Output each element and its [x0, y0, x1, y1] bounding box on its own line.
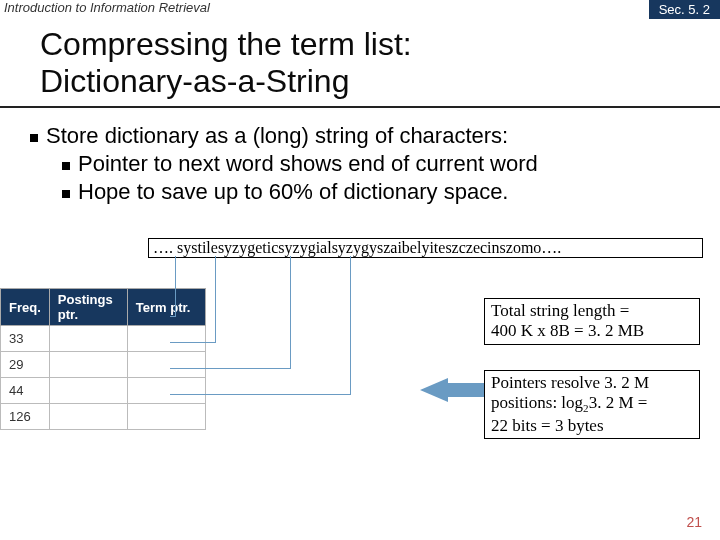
table-row: 44 — [1, 378, 206, 404]
pointer-line — [290, 256, 291, 368]
col-freq: Freq. — [1, 289, 50, 326]
cell-freq: 126 — [1, 404, 50, 430]
course-label: Introduction to Information Retrieval — [0, 0, 210, 15]
pointer-line — [170, 368, 291, 369]
bullet-level-2: Hope to save up to 60% of dictionary spa… — [62, 178, 702, 206]
bullet-1-text: Store dictionary as a (long) string of c… — [46, 122, 508, 150]
box2-line2b: 3. 2 M = — [589, 393, 648, 412]
cell-empty — [49, 378, 127, 404]
box2-line1: Pointers resolve 3. 2 M — [491, 373, 649, 392]
col-postings: Postings ptr. — [49, 289, 127, 326]
bullet-level-1: Store dictionary as a (long) string of c… — [30, 122, 702, 150]
pointer-line — [215, 256, 216, 342]
bullet-square-icon — [62, 190, 70, 198]
cell-empty — [49, 326, 127, 352]
box2-line2a: positions: log — [491, 393, 583, 412]
box1-line1: Total string length = — [491, 301, 629, 320]
slide-number: 21 — [686, 514, 702, 530]
cell-freq: 29 — [1, 352, 50, 378]
pointer-line — [350, 256, 351, 394]
block-arrow-icon — [420, 378, 448, 402]
title-line-2: Dictionary-as-a-String — [40, 63, 349, 99]
bullet-2b-text: Hope to save up to 60% of dictionary spa… — [78, 178, 508, 206]
section-label: Sec. 5. 2 — [649, 0, 720, 19]
slide-title: Compressing the term list: Dictionary-as… — [0, 20, 720, 108]
table-row: 33 — [1, 326, 206, 352]
table-row: 126 — [1, 404, 206, 430]
bullet-square-icon — [30, 134, 38, 142]
bullet-level-2: Pointer to next word shows end of curren… — [62, 150, 702, 178]
cell-empty — [127, 404, 205, 430]
top-bar: Introduction to Information Retrieval Se… — [0, 0, 720, 20]
cell-empty — [49, 352, 127, 378]
bullet-2a-text: Pointer to next word shows end of curren… — [78, 150, 538, 178]
pointer-line — [170, 316, 176, 317]
cell-freq: 44 — [1, 378, 50, 404]
pointer-line — [170, 342, 216, 343]
pointer-line — [170, 394, 351, 395]
dictionary-string-box: …. systilesyzygeticsyzygialsyzygyszaibel… — [148, 238, 703, 258]
block-arrow-body — [448, 383, 484, 397]
pointer-line — [175, 256, 176, 316]
cell-freq: 33 — [1, 326, 50, 352]
pointer-size-box: Pointers resolve 3. 2 M positions: log23… — [484, 370, 700, 439]
cell-empty — [127, 378, 205, 404]
title-line-1: Compressing the term list: — [40, 26, 412, 62]
bullet-list: Store dictionary as a (long) string of c… — [0, 122, 720, 206]
bullet-square-icon — [62, 162, 70, 170]
total-length-box: Total string length = 400 K x 8B = 3. 2 … — [484, 298, 700, 345]
box1-line2: 400 K x 8B = 3. 2 MB — [491, 321, 644, 340]
table-row: 29 — [1, 352, 206, 378]
cell-empty — [49, 404, 127, 430]
cell-empty — [127, 352, 205, 378]
cell-empty — [127, 326, 205, 352]
box2-line3: 22 bits = 3 bytes — [491, 416, 604, 435]
col-term: Term ptr. — [127, 289, 205, 326]
